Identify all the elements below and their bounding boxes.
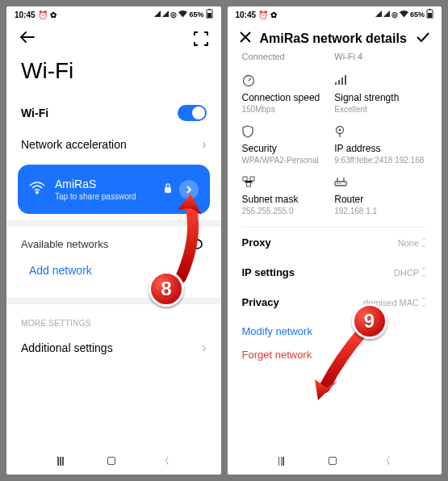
nfc-icon: ◎ — [391, 10, 398, 19]
svg-point-14 — [339, 129, 341, 132]
svg-point-3 — [36, 191, 38, 193]
svg-rect-4 — [165, 187, 171, 193]
forget-network-button[interactable]: Forget network — [228, 341, 442, 369]
svg-rect-18 — [335, 182, 346, 186]
nfc-icon: ◎ — [170, 10, 177, 19]
ip-settings-value: DHCP — [394, 268, 419, 278]
nav-recent-icon[interactable] — [57, 457, 63, 466]
add-network-button[interactable]: Add network — [6, 254, 221, 291]
status-bar: 10:45 ⏰ ✿ ◎ 65% — [6, 6, 221, 23]
signal-icon — [375, 10, 382, 19]
qr-scan-icon[interactable] — [194, 31, 208, 46]
signal-value: Excellent — [334, 105, 427, 114]
battery-text: 65% — [410, 10, 425, 19]
nav-home-icon[interactable] — [329, 457, 337, 465]
phone-left: 10:45 ⏰ ✿ ◎ 65% Wi-Fi — [6, 6, 221, 475]
svg-rect-16 — [250, 177, 254, 181]
router-icon — [334, 176, 427, 189]
annotation-badge-9: 9 — [352, 303, 387, 339]
nav-bar: 〈 — [228, 447, 442, 475]
subnet-value: 255.255.255.0 — [242, 207, 335, 215]
wifi-toggle[interactable] — [178, 105, 207, 121]
gear-icon: ✿ — [50, 10, 57, 19]
ip-value: 9:63ff:febe:2418 192.168 — [334, 156, 427, 165]
privacy-row[interactable]: Privacy domised MAC⌃⌄ — [228, 287, 442, 317]
connected-network-name: AmiRaS — [55, 178, 163, 190]
wifi-icon — [29, 182, 45, 198]
signal-icon — [383, 10, 390, 19]
connected-network-card[interactable]: AmiRaS Tap to share password — [18, 165, 210, 214]
updown-icon: ⌃⌄ — [421, 239, 427, 247]
nav-bar: 〈 — [6, 447, 221, 475]
alarm-icon: ⏰ — [38, 10, 48, 19]
svg-point-19 — [337, 183, 338, 185]
signal-strength-icon — [334, 74, 427, 87]
nav-home-icon[interactable] — [107, 457, 115, 465]
subnet-icon — [242, 176, 335, 189]
speed-value: 150Mbps — [242, 105, 335, 114]
detail-title: AmiRaS network details — [260, 31, 408, 46]
ip-settings-row[interactable]: IP settings DHCP⌃⌄ — [228, 257, 442, 287]
svg-point-20 — [339, 183, 341, 185]
network-details-button[interactable] — [179, 180, 199, 199]
nav-recent-icon[interactable] — [278, 457, 284, 466]
signal-label: Signal strength — [334, 92, 427, 103]
location-icon — [334, 125, 427, 138]
phone-right: 10:45 ⏰ ✿ ◎ 65% AmiRaS network details C… — [228, 6, 442, 475]
refresh-icon[interactable] — [189, 235, 207, 253]
status-time: 10:45 — [15, 10, 36, 19]
speed-icon — [242, 74, 335, 87]
battery-text: 65% — [189, 10, 203, 19]
gear-icon: ✿ — [270, 10, 277, 19]
status-bar: 10:45 ⏰ ✿ ◎ 65% — [228, 6, 442, 23]
chevron-right-icon: › — [202, 341, 206, 355]
security-value: WPA/WPA2-Personal — [242, 156, 335, 165]
nav-back-icon[interactable]: 〈 — [381, 454, 391, 468]
battery-icon — [206, 9, 213, 20]
wifi-status-icon — [400, 10, 408, 19]
shield-icon — [242, 125, 335, 138]
battery-icon — [426, 9, 433, 20]
alarm-icon: ⏰ — [258, 10, 268, 19]
updown-icon: ⌃⌄ — [421, 299, 427, 307]
chevron-right-icon: › — [202, 137, 206, 152]
subnet-label: Subnet mask — [242, 194, 335, 205]
proxy-value: None — [398, 238, 419, 248]
svg-rect-2 — [208, 9, 211, 10]
page-title: Wi-Fi — [6, 52, 221, 97]
svg-rect-12 — [345, 75, 346, 85]
svg-rect-10 — [338, 80, 340, 85]
connected-network-sub: Tap to share password — [55, 192, 163, 201]
updown-icon: ⌃⌄ — [421, 269, 427, 277]
annotation-badge-8: 8 — [149, 271, 184, 307]
connection-status: Connected — [242, 52, 335, 61]
svg-rect-11 — [341, 77, 343, 85]
svg-rect-6 — [428, 13, 432, 18]
status-time: 10:45 — [236, 10, 257, 19]
router-label: Router — [334, 194, 427, 205]
signal-icon — [162, 10, 169, 19]
check-icon[interactable] — [416, 31, 430, 46]
ip-settings-label: IP settings — [242, 266, 295, 278]
modify-network-button[interactable]: Modify network — [228, 317, 442, 341]
close-icon[interactable] — [239, 31, 252, 47]
network-acceleration-label[interactable]: Network acceleration — [21, 138, 127, 151]
wifi-toggle-label: Wi-Fi — [21, 107, 48, 119]
lock-icon — [163, 182, 173, 197]
ip-label: IP address — [334, 143, 427, 154]
speed-label: Connection speed — [242, 92, 335, 103]
proxy-row[interactable]: Proxy None⌃⌄ — [228, 228, 442, 257]
available-networks-label: Available networks — [21, 238, 108, 250]
additional-settings-label[interactable]: Additional settings — [21, 341, 113, 354]
privacy-label: Privacy — [242, 296, 279, 308]
signal-icon — [154, 10, 161, 19]
wifi-generation: Wi-Fi 4 — [334, 52, 427, 61]
proxy-label: Proxy — [242, 236, 271, 249]
svg-rect-15 — [243, 177, 247, 181]
back-arrow-icon[interactable] — [19, 31, 36, 47]
svg-rect-7 — [429, 9, 431, 10]
router-value: 192.168.1.1 — [334, 207, 427, 215]
svg-rect-1 — [207, 13, 211, 18]
nav-back-icon[interactable]: 〈 — [160, 454, 170, 468]
svg-rect-9 — [335, 82, 337, 85]
